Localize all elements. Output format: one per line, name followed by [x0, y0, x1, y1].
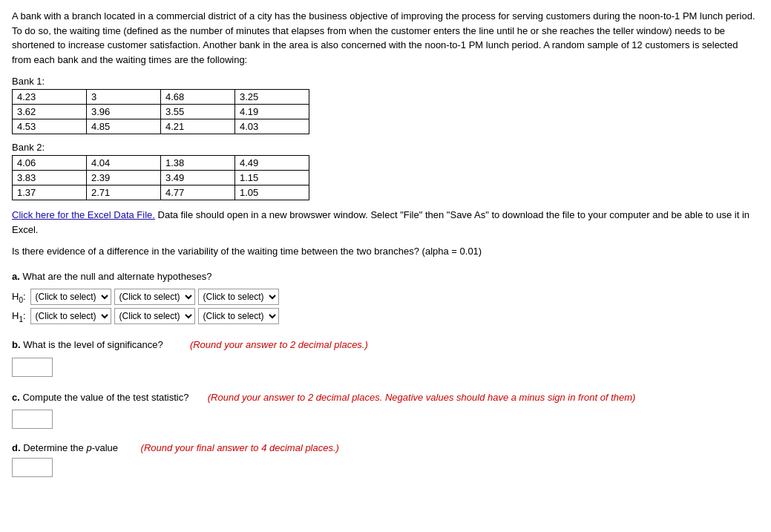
part-d-label: d. Determine the p-value — [12, 442, 118, 453]
part-b-section: b. What is the level of significance? (R… — [12, 338, 759, 377]
bank2-label: Bank 2: — [12, 142, 759, 153]
table-cell: 4.85 — [87, 119, 161, 134]
h1-row: H1: (Click to select) σ²₁σ²₂ (Click to s… — [12, 308, 759, 324]
bank1-table: 4.2334.683.253.623.963.554.194.534.854.2… — [12, 89, 309, 134]
part-c-text: Compute the value of the test statistic? — [20, 392, 189, 403]
part-c-round-note: (Round your answer to 2 decimal places. … — [208, 392, 636, 403]
part-b-label: b. What is the level of significance? (R… — [12, 338, 759, 353]
table-cell: 2.71 — [87, 185, 161, 200]
part-a-text: What are the null and alternate hypothes… — [20, 271, 212, 282]
part-d-p: p — [86, 442, 91, 453]
part-d-bold: d. — [12, 442, 21, 453]
part-d-label-row: d. Determine the p-value (Round your fin… — [12, 442, 759, 453]
table-cell: 4.53 — [13, 119, 87, 134]
bank1-label: Bank 1: — [12, 76, 759, 87]
table-cell: 1.38 — [161, 156, 235, 171]
excel-section: Click here for the Excel Data File. Data… — [12, 208, 759, 237]
table-cell: 1.15 — [235, 171, 309, 185]
excel-link[interactable]: Click here for the Excel Data File. — [12, 209, 155, 220]
part-c-section: c. Compute the value of the test statist… — [12, 390, 759, 429]
part-c-bold: c. — [12, 392, 20, 403]
h0-select-2[interactable]: (Click to select) =≠<>≤≥ — [114, 289, 195, 305]
table-cell: 4.03 — [235, 119, 309, 134]
part-d-text2: -value — [92, 442, 118, 453]
table-cell: 4.06 — [13, 156, 87, 171]
table-cell: 4.19 — [235, 105, 309, 119]
h0-row: H0: (Click to select) σ²₁σ²₂ (Click to s… — [12, 289, 759, 305]
h1-select-1[interactable]: (Click to select) σ²₁σ²₂ — [30, 308, 111, 324]
h0-select-1[interactable]: (Click to select) σ²₁σ²₂ — [30, 289, 111, 305]
main-question: Is there evidence of a difference in the… — [12, 244, 759, 259]
part-a-section: a. What are the null and alternate hypot… — [12, 269, 759, 325]
intro-paragraph: A bank with a branch located in a commer… — [12, 9, 759, 67]
h0-prefix: H0: — [12, 291, 26, 304]
h1-select-2[interactable]: (Click to select) =≠<>≤≥ — [114, 308, 195, 324]
table-cell: 1.05 — [235, 185, 309, 200]
table-cell: 3.96 — [87, 105, 161, 119]
table-cell: 3.62 — [13, 105, 87, 119]
table-cell: 3.55 — [161, 105, 235, 119]
h1-select-3[interactable]: (Click to select) σ²₁σ²₂ — [198, 308, 279, 324]
table-cell: 3.25 — [235, 90, 309, 105]
table-cell: 4.68 — [161, 90, 235, 105]
table-cell: 1.37 — [13, 185, 87, 200]
part-b-text: What is the level of significance? — [21, 339, 163, 350]
part-c-input[interactable] — [12, 410, 53, 429]
table-cell: 3.49 — [161, 171, 235, 185]
part-d-round-note: (Round your final answer to 4 decimal pl… — [141, 442, 339, 453]
table-cell: 4.23 — [13, 90, 87, 105]
part-b-round-note: (Round your answer to 2 decimal places.) — [190, 339, 368, 350]
part-c-label: c. Compute the value of the test statist… — [12, 390, 759, 405]
h1-prefix: H1: — [12, 310, 26, 324]
table-cell: 2.39 — [87, 171, 161, 185]
table-cell: 4.49 — [235, 156, 309, 171]
table-cell: 3.83 — [13, 171, 87, 185]
part-d-text: Determine the — [21, 442, 87, 453]
part-d-section: d. Determine the p-value (Round your fin… — [12, 442, 759, 477]
table-cell: 4.21 — [161, 119, 235, 134]
part-b-bold: b. — [12, 339, 21, 350]
part-b-input[interactable] — [12, 358, 53, 377]
part-a-bold: a. — [12, 271, 20, 282]
part-a-label: a. What are the null and alternate hypot… — [12, 269, 759, 285]
table-cell: 3 — [87, 90, 161, 105]
bank2-table: 4.064.041.384.493.832.393.491.151.372.71… — [12, 155, 309, 200]
h0-select-3[interactable]: (Click to select) σ²₁σ²₂ — [198, 289, 279, 305]
table-cell: 4.04 — [87, 156, 161, 171]
part-d-input[interactable] — [12, 458, 53, 477]
table-cell: 4.77 — [161, 185, 235, 200]
